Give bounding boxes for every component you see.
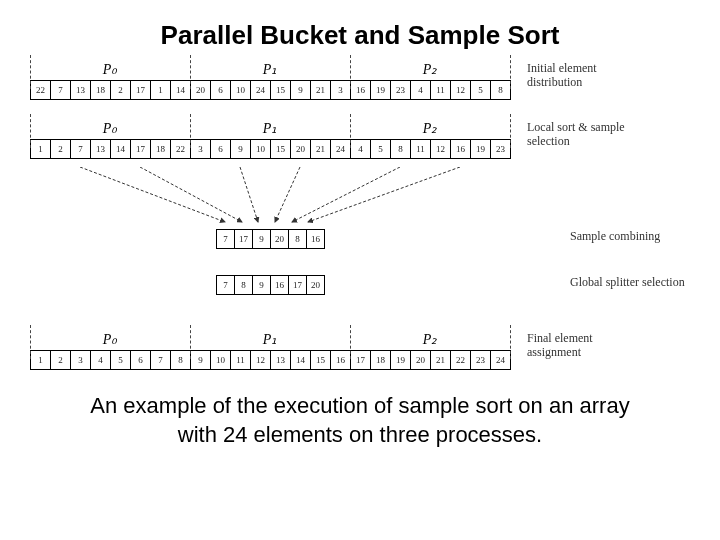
cell: 15 [271, 80, 291, 100]
proc-label: P₁ [190, 120, 350, 137]
cell: 6 [211, 80, 231, 100]
diagram: P₀P₁P₂ 227131821711420610241592131619234… [30, 61, 690, 370]
cell: 16 [351, 80, 371, 100]
cell: 15 [271, 139, 291, 159]
cell: 7 [217, 229, 235, 249]
cell: 1 [31, 139, 51, 159]
cell: 5 [111, 350, 131, 370]
cell: 5 [471, 80, 491, 100]
cell: 2 [111, 80, 131, 100]
svg-line-1 [140, 167, 242, 222]
cell: 2 [51, 350, 71, 370]
cell: 9 [191, 350, 211, 370]
cell: 22 [451, 350, 471, 370]
proc-label: P₁ [190, 61, 350, 78]
cell: 9 [291, 80, 311, 100]
cell: 3 [71, 350, 91, 370]
label-initial: Initial element distribution [527, 61, 647, 90]
proc-label: P₂ [350, 120, 510, 137]
cell: 12 [451, 80, 471, 100]
cell: 7 [217, 275, 235, 295]
cell: 21 [431, 350, 451, 370]
svg-line-3 [275, 167, 300, 222]
label-final: Final element assignment [527, 331, 647, 360]
svg-line-5 [308, 167, 460, 222]
cell: 4 [91, 350, 111, 370]
svg-line-4 [292, 167, 400, 222]
cell: 22 [31, 80, 51, 100]
cell: 7 [51, 80, 71, 100]
cell: 13 [91, 139, 111, 159]
cell: 2 [51, 139, 71, 159]
cell: 12 [431, 139, 451, 159]
caption: An example of the execution of sample so… [30, 392, 690, 449]
cell: 18 [151, 139, 171, 159]
cell: 16 [331, 350, 351, 370]
cell: 8 [235, 275, 253, 295]
proc-label: P₁ [190, 331, 350, 348]
svg-line-0 [80, 167, 225, 222]
stage-combine: 717920816 Sample combining [30, 229, 690, 249]
proc-label: P₂ [350, 331, 510, 348]
proc-label: P₀ [30, 331, 190, 348]
cell: 17 [289, 275, 307, 295]
cell: 14 [171, 80, 191, 100]
cell: 19 [471, 139, 491, 159]
cell: 8 [171, 350, 191, 370]
cell: 1 [151, 80, 171, 100]
cell: 4 [351, 139, 371, 159]
cell: 12 [251, 350, 271, 370]
proc-label: P₀ [30, 120, 190, 137]
cell: 8 [491, 80, 511, 100]
cell: 3 [191, 139, 211, 159]
cell: 23 [391, 80, 411, 100]
cell: 17 [351, 350, 371, 370]
cell: 10 [231, 80, 251, 100]
cell: 11 [431, 80, 451, 100]
label-combine: Sample combining [570, 229, 690, 243]
proc-label: P₀ [30, 61, 190, 78]
label-localsort: Local sort & sample selection [527, 120, 647, 149]
cell: 7 [151, 350, 171, 370]
cell: 9 [231, 139, 251, 159]
cell: 19 [391, 350, 411, 370]
cell: 21 [311, 80, 331, 100]
cell: 20 [191, 80, 211, 100]
stage-splitter: 789161720 Global splitter selection [30, 275, 690, 295]
cell: 1 [31, 350, 51, 370]
cell: 23 [491, 139, 511, 159]
cell: 10 [251, 139, 271, 159]
cell: 24 [331, 139, 351, 159]
cell: 13 [71, 80, 91, 100]
svg-line-2 [240, 167, 258, 222]
cell: 3 [331, 80, 351, 100]
cell: 8 [289, 229, 307, 249]
stage-localsort: P₀P₁P₂ 127131417182236910152021244581112… [30, 120, 690, 159]
stage-final: P₀P₁P₂ 123456789101112131415161718192021… [30, 331, 690, 370]
cell: 6 [131, 350, 151, 370]
cell: 17 [235, 229, 253, 249]
arrows-sample [30, 167, 690, 227]
cell: 14 [111, 139, 131, 159]
cell: 18 [371, 350, 391, 370]
cell: 18 [91, 80, 111, 100]
slide-title: Parallel Bucket and Sample Sort [30, 20, 690, 51]
cell: 24 [491, 350, 511, 370]
cell: 8 [391, 139, 411, 159]
cell: 4 [411, 80, 431, 100]
cell: 20 [271, 229, 289, 249]
cell: 13 [271, 350, 291, 370]
cell: 14 [291, 350, 311, 370]
cell: 15 [311, 350, 331, 370]
cell: 9 [253, 229, 271, 249]
cell: 9 [253, 275, 271, 295]
cell: 24 [251, 80, 271, 100]
cell: 16 [307, 229, 325, 249]
caption-l2: with 24 elements on three processes. [178, 422, 542, 447]
cell: 17 [131, 80, 151, 100]
cell: 19 [371, 80, 391, 100]
cell: 20 [291, 139, 311, 159]
cell: 21 [311, 139, 331, 159]
cell: 17 [131, 139, 151, 159]
cell: 11 [411, 139, 431, 159]
